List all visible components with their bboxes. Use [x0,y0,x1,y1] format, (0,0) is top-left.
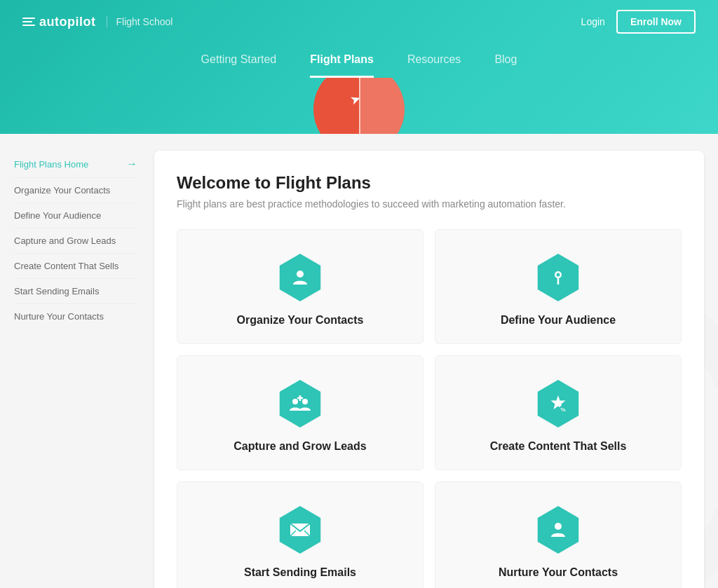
graphic-slice [359,78,405,134]
sidebar-item-label: Create Content That Sells [14,261,118,271]
person-icon [290,267,311,288]
pin-icon [548,267,569,288]
main-nav: Getting Started Flight Plans Resources B… [0,43,718,78]
svg-point-2 [557,273,560,277]
card-label-content: Create Content That Sells [490,440,627,453]
enroll-button[interactable]: Enroll Now [616,10,696,34]
hex-bg: % [534,380,582,428]
sidebar-item-label: Start Sending Emails [14,286,99,296]
sidebar-item-label: Define Your Audience [14,210,101,221]
hex-bg [534,506,582,554]
main-content: Welcome to Flight Plans Flight plans are… [154,151,704,588]
hex-bg [276,506,324,554]
card-label-nurture: Nurture Your Contacts [499,566,618,579]
login-button[interactable]: Login [581,16,605,27]
nav-item-getting-started[interactable]: Getting Started [201,53,277,78]
flight-plans-grid: Organize Your Contacts Define You [177,229,682,588]
header: autopilot Flight School Login Enroll Now… [0,0,718,134]
sidebar: Flight Plans Home → Organize Your Contac… [14,151,154,588]
hex-bg [534,254,582,301]
card-sending-emails[interactable]: Start Sending Emails [177,481,424,588]
svg-point-3 [292,399,298,404]
card-icon-nurture [533,505,583,555]
header-top: autopilot Flight School Login Enroll Now [0,0,718,43]
sidebar-arrow-icon: → [126,158,137,170]
card-organize-contacts[interactable]: Organize Your Contacts [177,229,424,344]
page-subtitle: Flight plans are best practice methodolo… [177,198,682,210]
logo-icon: autopilot [22,15,95,29]
page-title: Welcome to Flight Plans [177,173,682,193]
nav-item-resources[interactable]: Resources [407,53,461,78]
sidebar-item-label: Capture and Grow Leads [14,235,116,246]
card-icon-emails [275,505,325,555]
card-icon-leads [275,378,325,429]
sidebar-item-label: Nurture Your Contacts [14,311,104,322]
card-icon-organize [275,252,325,303]
header-graphic: ➤ [0,78,718,134]
tag-star-icon: % [548,393,569,414]
sidebar-item-create-content[interactable]: Create Content That Sells [14,254,137,279]
card-label-emails: Start Sending Emails [244,566,356,579]
svg-point-0 [297,271,304,278]
envelope-icon [289,521,311,539]
logo-line-1 [22,18,35,19]
sidebar-item-capture-leads[interactable]: Capture and Grow Leads [14,228,137,254]
hex-bg [276,254,324,301]
graphic-circle: ➤ [313,78,405,134]
svg-text:%: % [560,406,565,413]
card-icon-content: % [533,378,583,429]
sidebar-item-label: Organize Your Contacts [14,185,110,196]
sidebar-item-flight-plans-home[interactable]: Flight Plans Home → [14,151,137,178]
main-wrapper: Flight Plans Home → Organize Your Contac… [0,134,718,588]
sidebar-item-define-audience[interactable]: Define Your Audience [14,203,137,228]
svg-point-4 [302,399,308,404]
sidebar-item-start-sending[interactable]: Start Sending Emails [14,279,137,304]
card-label-leads: Capture and Grow Leads [233,440,366,453]
leads-icon [288,394,312,413]
logo-lines-icon [22,18,35,26]
page-wrapper: autopilot Flight School Login Enroll Now… [0,0,718,588]
logo-text: autopilot [39,15,95,29]
sidebar-item-label: Flight Plans Home [14,159,88,170]
header-subtitle: Flight School [107,16,172,27]
svg-point-13 [555,523,562,530]
nurture-person-icon [548,519,569,540]
nav-item-flight-plans[interactable]: Flight Plans [310,53,374,78]
sidebar-item-nurture-contacts[interactable]: Nurture Your Contacts [14,304,137,329]
card-create-content[interactable]: % Create Content That Sells [435,355,682,470]
header-actions: Login Enroll Now [581,10,696,34]
card-capture-leads[interactable]: Capture and Grow Leads [177,355,424,470]
hex-bg [276,380,324,428]
logo-line-2 [22,21,32,22]
header-logo: autopilot Flight School [22,15,172,29]
card-nurture-contacts[interactable]: Nurture Your Contacts [435,481,682,588]
nav-item-blog[interactable]: Blog [494,53,517,78]
logo-line-3 [22,25,35,26]
card-icon-audience [533,252,583,303]
card-label-audience: Define Your Audience [501,314,616,327]
sidebar-item-organize-contacts[interactable]: Organize Your Contacts [14,178,137,203]
card-label-organize: Organize Your Contacts [237,314,364,327]
card-define-audience[interactable]: Define Your Audience [435,229,682,344]
